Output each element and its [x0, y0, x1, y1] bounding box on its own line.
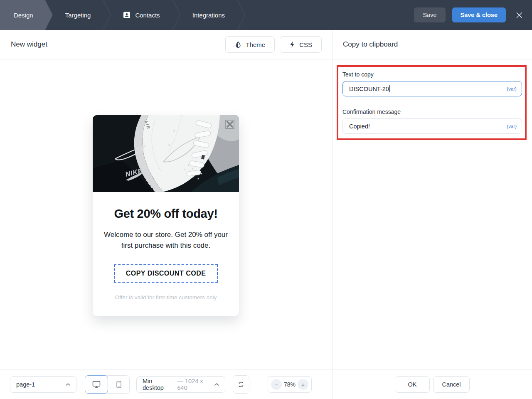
lightning-icon [289, 41, 295, 48]
zoom-in-button[interactable]: + [298, 379, 308, 390]
topbar-actions: Save Save & close [414, 0, 532, 30]
device-toggle [85, 375, 130, 394]
toolbar-buttons: Theme CSS [225, 36, 322, 53]
css-button[interactable]: CSS [280, 36, 322, 53]
text-to-copy-label: Text to copy [342, 71, 374, 78]
widget-footnote[interactable]: Offer is valid for first-time customers … [103, 294, 229, 300]
tab-separator [237, 0, 245, 30]
input-value: DISCOUNT-20 [349, 86, 389, 92]
rotate-preview-button[interactable] [233, 375, 249, 394]
viewport-size-detail: — 1024 x 640 [177, 378, 215, 391]
refresh-icon [237, 381, 245, 388]
zoom-level-value: 78% [284, 381, 296, 388]
step-tabs: Design Targeting Contacts Integrations [0, 0, 245, 30]
widget-heading[interactable]: Get 20% off today! [103, 207, 229, 221]
viewport-size-value: Min desktop [143, 378, 175, 391]
widget-hero-image[interactable]: AIR NIKE [93, 115, 239, 192]
desktop-view-button[interactable] [85, 375, 108, 394]
confirmation-message-label: Confirmation message [342, 108, 401, 115]
theme-button[interactable]: Theme [225, 36, 275, 53]
viewport-size-select[interactable]: Min desktop — 1024 x 640 [136, 376, 225, 393]
widget-close-icon[interactable] [225, 120, 234, 129]
contact-card-icon [123, 11, 131, 19]
tab-label: Targeting [65, 12, 91, 19]
widget-text[interactable]: Welcome to our store. Get 20% off your f… [103, 229, 228, 251]
toolbar-left: New widget Theme CSS [0, 30, 332, 59]
zoom-control: − 78% + [268, 376, 312, 393]
copy-discount-code-button[interactable]: COPY DISCOUNT CODE [114, 264, 218, 283]
var-tag-button[interactable]: {var} [507, 86, 517, 91]
confirmation-message-input[interactable]: Copied! {var} [342, 118, 522, 134]
tab-integrations[interactable]: Integrations [180, 0, 237, 30]
text-to-copy-input[interactable]: DISCOUNT-20 {var} [342, 81, 522, 96]
footer-bar: page-1 Min desk [0, 369, 532, 399]
widget-body: Get 20% off today! Welcome to our store.… [93, 192, 239, 300]
tab-targeting[interactable]: Targeting [53, 0, 103, 30]
monitor-icon [92, 381, 101, 388]
theme-button-label: Theme [246, 41, 265, 48]
panel-divider [332, 59, 333, 369]
tab-label: Contacts [135, 12, 160, 19]
zoom-out-button[interactable]: − [271, 379, 282, 390]
save-close-button[interactable]: Save & close [452, 7, 506, 22]
page-title: New widget [11, 40, 47, 49]
widget-preview-card[interactable]: AIR NIKE Get 20% off today! Welcome to o… [93, 115, 239, 316]
phone-icon [116, 381, 121, 388]
save-button[interactable]: Save [414, 7, 445, 22]
tab-label: Design [14, 12, 33, 19]
tab-separator [103, 0, 111, 30]
chevron-up-icon [214, 383, 219, 386]
var-tag-button[interactable]: {var} [507, 124, 517, 129]
tab-contacts[interactable]: Contacts [111, 0, 172, 30]
ok-button[interactable]: OK [395, 376, 430, 393]
page-select-value: page-1 [16, 381, 35, 388]
input-value: Copied! [349, 123, 370, 130]
tab-label: Integrations [192, 12, 225, 19]
tab-design[interactable]: Design [0, 0, 53, 30]
chevron-up-icon [66, 383, 70, 386]
cancel-button[interactable]: Cancel [433, 376, 470, 393]
toolbar: New widget Theme CSS Copy to clipboard [0, 30, 532, 59]
topbar: Design Targeting Contacts Integrations S… [0, 0, 532, 30]
page-select[interactable]: page-1 [10, 376, 76, 393]
tab-separator [172, 0, 180, 30]
panel-header: Copy to clipboard [332, 30, 532, 59]
mobile-view-button[interactable] [108, 376, 129, 393]
panel-divider [332, 369, 333, 399]
close-editor-icon[interactable] [516, 12, 523, 19]
panel-title: Copy to clipboard [343, 40, 398, 49]
nike-sneaker-photo: AIR NIKE [93, 115, 239, 192]
css-button-label: CSS [299, 41, 312, 48]
main-area: AIR NIKE Get 20% off today! Welcome to o… [0, 59, 532, 369]
droplet-contrast-icon [235, 41, 241, 48]
text-cursor [389, 85, 390, 92]
